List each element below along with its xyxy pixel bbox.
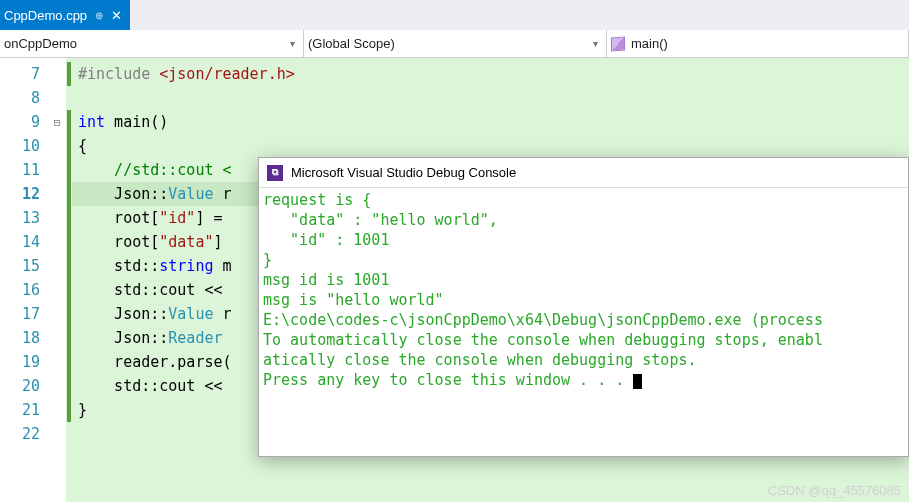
cube-icon [611,36,625,51]
nav-scope-dropdown[interactable]: (Global Scope) ▾ [304,30,607,57]
fold-toggle[interactable]: ⊟ [48,110,66,134]
nav-project-dropdown[interactable]: onCppDemo ▾ [0,30,304,57]
nav-scope-label: (Global Scope) [308,36,395,51]
tab-bar: CppDemo.cpp ⊕ ✕ [0,0,909,30]
fold-column: ⊟ [48,58,66,502]
chevron-down-icon: ▾ [593,38,598,49]
nav-func-dropdown[interactable]: main() [607,30,909,57]
line-gutter: 789 101112 131415 161718 192021 22 [0,58,48,502]
console-titlebar[interactable]: ⧉ Microsoft Visual Studio Debug Console [259,158,908,188]
tab-filename: CppDemo.cpp [4,8,87,23]
chevron-down-icon: ▾ [290,38,295,49]
vs-icon: ⧉ [267,165,283,181]
nav-bar: onCppDemo ▾ (Global Scope) ▾ main() [0,30,909,58]
close-icon[interactable]: ✕ [111,8,122,23]
console-output: request is { "data" : "hello world", "id… [259,188,908,392]
tab-active[interactable]: CppDemo.cpp ⊕ ✕ [0,0,130,30]
debug-console-window[interactable]: ⧉ Microsoft Visual Studio Debug Console … [258,157,909,457]
console-title-text: Microsoft Visual Studio Debug Console [291,165,516,180]
nav-project-label: onCppDemo [4,36,77,51]
watermark: CSDN @qq_45576085 [768,483,901,498]
pin-icon[interactable]: ⊕ [95,10,103,21]
nav-func-label: main() [631,36,668,51]
cursor [633,374,642,389]
